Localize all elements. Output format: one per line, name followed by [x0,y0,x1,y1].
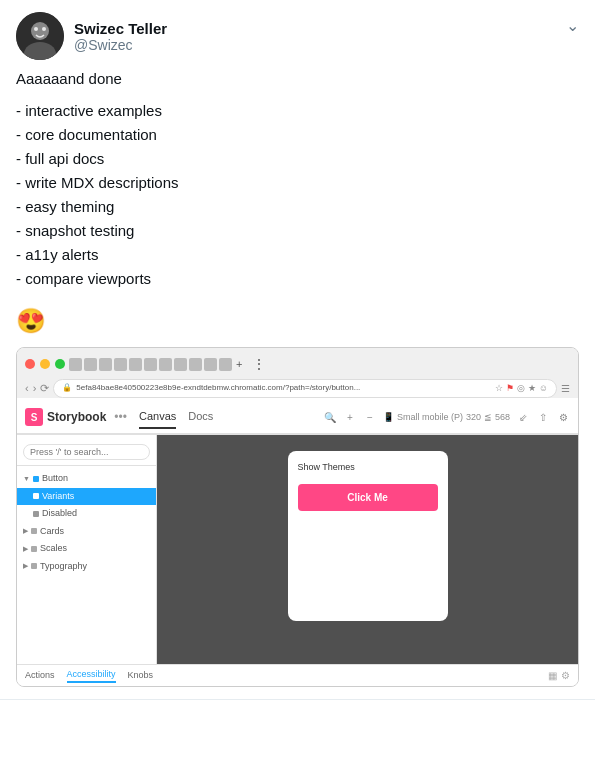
expand-icon[interactable]: ⇙ [516,410,530,424]
sidebar-item-label: Variants [42,490,74,504]
emoji: 😍 [16,303,579,339]
chevron-down-icon[interactable]: ⌄ [566,16,579,35]
new-tab-button[interactable]: + [234,356,244,373]
fullscreen-button[interactable] [55,359,65,369]
settings-icon[interactable]: ⚙ [556,410,570,424]
browser-tab-icon[interactable] [99,358,112,371]
user-names: Swizec Teller @Swizec [74,20,167,53]
traffic-lights [25,359,65,369]
tab-accessibility[interactable]: Accessibility [67,668,116,684]
item-dot [33,511,39,517]
sidebar-section-button[interactable]: ▼ Button [17,470,156,488]
list-item: - easy theming [16,195,579,219]
tweet-text: Aaaaaand done - interactive examples - c… [16,68,579,291]
list-item: - core documentation [16,123,579,147]
viewport-icon: 📱 [383,411,394,425]
browser-tab-icon[interactable] [219,358,232,371]
browser-tab-icon[interactable] [129,358,142,371]
sidebar-section-scales[interactable]: ▶ Scales [17,540,156,558]
storybook-bottom-bar: Actions Accessibility Knobs ▦ ⚙ [17,664,578,687]
hamburger-icon[interactable]: ☰ [561,381,570,396]
storybook-toolbar: S Storybook ••• Canvas Docs 🔍 + − 📱 Smal… [17,402,578,434]
lock-icon: 🔒 [62,382,72,394]
browser-tab-icon[interactable] [84,358,97,371]
phone-frame: Show Themes Click Me [288,451,448,621]
sidebar-item-disabled[interactable]: Disabled [17,505,156,523]
chevron-right-icon: ▶ [23,544,28,555]
sidebar-section-label: Cards [40,525,64,539]
share-icon[interactable]: ⇧ [536,410,550,424]
address-bar[interactable]: 🔒 5efa84bae8e40500223e8b9e-exndtdebmw.ch… [53,379,557,399]
search-input[interactable] [23,444,150,460]
browser-mockup: + ⋮ ‹ › ⟳ 🔒 5efa84bae8e40500223e8b9e-exn… [16,347,579,688]
browser-tab-icon[interactable] [204,358,217,371]
puzzle-icon: ◎ [517,382,525,396]
close-button[interactable] [25,359,35,369]
svg-point-4 [42,27,46,31]
profile-icon: ☺ [539,382,548,396]
storybook-logo[interactable]: S Storybook [25,408,106,426]
search-icon[interactable]: 🔍 [323,410,337,424]
bookmark-icon: ★ [528,382,536,396]
list-item: - snapshot testing [16,219,579,243]
sidebar-section-typography[interactable]: ▶ Typography [17,558,156,576]
minimize-button[interactable] [40,359,50,369]
section-dot [31,528,37,534]
tweet-header: Swizec Teller @Swizec ⌄ [16,12,579,60]
click-me-button[interactable]: Click Me [298,484,438,511]
zoom-in-icon[interactable]: + [343,410,357,424]
sb-tree: ▼ Button Variants Disabled [17,466,156,579]
browser-tab-icon[interactable] [159,358,172,371]
viewport-selector[interactable]: 📱 Small mobile (P) 320 ≦ 568 [383,411,510,425]
back-button[interactable]: ‹ [25,380,29,397]
browser-chrome: + ⋮ ‹ › ⟳ 🔒 5efa84bae8e40500223e8b9e-exn… [17,348,578,399]
list-item: - write MDX descriptions [16,171,579,195]
browser-tab-icon[interactable] [114,358,127,371]
username[interactable]: @Swizec [74,37,167,53]
chevron-down-icon: ▼ [23,474,30,485]
tab-canvas[interactable]: Canvas [139,406,176,429]
list-item: - a11y alerts [16,243,579,267]
address-bar-icons: ☆ ⚑ ◎ ★ ☺ [495,382,548,396]
tab-actions[interactable]: Actions [25,669,55,683]
display-name[interactable]: Swizec Teller [74,20,167,37]
chevron-right-icon: ▶ [23,561,28,572]
shield-icon: ☆ [495,382,503,396]
tab-knobs[interactable]: Knobs [128,669,154,683]
svg-point-3 [34,27,38,31]
tweet-user-info: Swizec Teller @Swizec [16,12,167,60]
copy-icon[interactable]: ▦ [548,668,557,683]
browser-tab-icon[interactable] [69,358,82,371]
settings-icon[interactable]: ⚙ [561,668,570,683]
forward-button[interactable]: › [33,380,37,397]
list-item: - full api docs [16,147,579,171]
viewport-width: 320 [466,411,481,425]
more-options-icon[interactable]: ••• [114,408,127,426]
browser-tabs-icons: + [69,356,244,373]
sidebar-section-label: Typography [40,560,87,574]
viewport-height: 568 [495,411,510,425]
storybook-toolbar-icons: 🔍 + − 📱 Small mobile (P) 320 ≦ 568 ⇙ ⇧ ⚙ [323,410,570,424]
sidebar-item-variants[interactable]: Variants [17,488,156,506]
avatar[interactable] [16,12,64,60]
browser-tab-icon[interactable] [174,358,187,371]
tweet: Swizec Teller @Swizec ⌄ Aaaaaand done - … [0,0,595,700]
list-item: - interactive examples [16,99,579,123]
storybook-logo-text: Storybook [47,408,106,426]
reload-button[interactable]: ⟳ [40,380,49,397]
browser-menu-icon[interactable]: ⋮ [252,354,266,375]
sidebar-section-cards[interactable]: ▶ Cards [17,523,156,541]
phone-screen: Show Themes Click Me [288,451,448,621]
section-dot [31,563,37,569]
browser-tab-icon[interactable] [144,358,157,371]
address-text: 5efa84bae8e40500223e8b9e-exndtdebmw.chro… [76,382,360,394]
browser-tab-icon[interactable] [189,358,202,371]
storybook-logo-icon: S [25,408,43,426]
browser-controls-row: + ⋮ [25,354,570,375]
tab-docs[interactable]: Docs [188,406,213,429]
zoom-out-icon[interactable]: − [363,410,377,424]
sidebar-item-label: Disabled [42,507,77,521]
search-area [17,435,156,467]
flag-icon: ⚑ [506,382,514,396]
sidebar-section-label: Button [42,472,68,486]
